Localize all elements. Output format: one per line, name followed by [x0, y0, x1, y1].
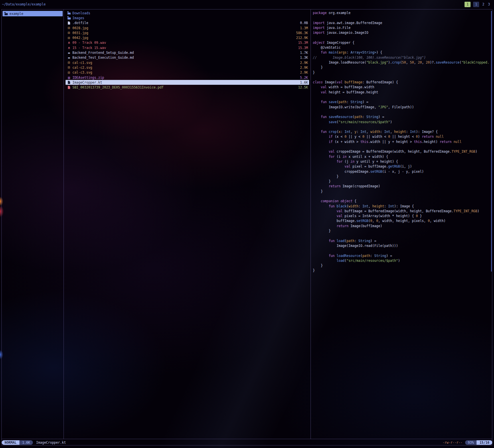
file-row[interactable]: IDEAsettings.zip5.2K [66, 75, 309, 80]
code-line [313, 75, 492, 80]
file-size: 1.3K [298, 56, 308, 60]
file-row[interactable]: Backend_Test_Execution_Guide.md1.3K [66, 55, 309, 60]
status-bar: NORMAL 1.6K ImageCropper.kt -rw-r--r-- 9… [2, 440, 492, 445]
file-name: example [9, 12, 23, 16]
preview-pane[interactable]: package org.exampleimport java.awt.image… [311, 9, 492, 273]
file-size: 1.7K [298, 51, 308, 55]
file-row[interactable]: example [3, 11, 63, 16]
folder-icon [67, 16, 71, 20]
code-line: import javax.imageio.ImageIO [313, 30, 492, 35]
file-name: 0031.jpg [72, 31, 88, 35]
file-size: 5.2K [298, 76, 308, 80]
tab-indicator-3[interactable]: 2 [482, 2, 485, 7]
code-line [313, 144, 492, 149]
file-size-badge: 1.6K [19, 440, 33, 445]
code-line: } [313, 174, 492, 179]
file-icon [67, 80, 71, 84]
code-line: ImageIO.write(buffImage, "JPG", File(pat… [313, 105, 492, 110]
status-filename: ImageCropper.kt [36, 441, 66, 445]
code-line: val width = buffImage.width [313, 85, 492, 90]
file-row[interactable]: 0028.jpg1.3M [66, 25, 309, 30]
file-row[interactable]: Images [66, 15, 309, 20]
code-line [313, 248, 492, 253]
code-line: for (j in y until y + height) { [313, 159, 492, 164]
file-row[interactable]: Downloads [66, 11, 309, 15]
file-row[interactable]: cal-c1.svg2.9K [66, 60, 309, 65]
file-name: cal-c3.svg [72, 70, 92, 74]
image-icon [67, 61, 71, 64]
code-line [313, 194, 492, 199]
file-size: 586.3K [294, 31, 308, 35]
scroll-percent-badge: 93% [465, 440, 477, 445]
header-bar: ~/Data/example/example 1123 [0, 0, 494, 9]
code-line: fun loadResource(path: String) = [313, 254, 492, 258]
tab-indicator-1[interactable]: 1 [465, 2, 471, 7]
code-line: // Image.black(100, 100).saveResource("b… [313, 55, 492, 60]
file-row[interactable]: cal-c3.svg2.9K [66, 70, 309, 75]
code-line: fun load(path: String) = [313, 239, 492, 243]
status-right: -rw-r--r-- 93% 15/16 [442, 440, 492, 445]
code-line: } [313, 179, 492, 184]
code-line: fun black(width: Int, height: Int): Imag… [313, 204, 492, 209]
audio-icon [67, 46, 71, 50]
image-icon [67, 31, 71, 35]
code-line: } [313, 189, 492, 194]
file-name: IDEAsettings.zip [72, 76, 104, 80]
code-line: for (i in x until x + width) { [313, 154, 492, 159]
code-line: return Image(croppedImage) [313, 184, 492, 189]
code-line: class Image(val buffImage: BufferedImage… [313, 80, 492, 85]
code-line: val height = buffImage.height [313, 90, 492, 95]
code-line: val buffImage = BufferedImage(width, hei… [313, 209, 492, 214]
file-size: 1.3M [298, 26, 308, 30]
file-name: Images [72, 16, 84, 20]
code-line [313, 35, 492, 40]
code-line: buffImage.setRGB(0, 0, width, height, pi… [313, 219, 492, 223]
image-icon [67, 26, 71, 30]
mode-badge: NORMAL [2, 440, 19, 445]
tab-indicator-2[interactable]: 1 [473, 2, 479, 7]
file-size: 0.0B [298, 21, 308, 25]
cursor-position-badge: 15/16 [477, 440, 492, 445]
file-row[interactable]: ImageCropper.kt1.6K [66, 80, 309, 85]
file-row[interactable]: 09 - Track 09.wav15.3M [66, 40, 309, 45]
code-line: fun save(path: String) = [313, 100, 492, 105]
code-line: Image(ImageIO.read(File(path))) [313, 243, 492, 248]
file-row[interactable]: 0042.jpg212.9K [66, 35, 309, 40]
audio-icon [67, 41, 71, 45]
file-row[interactable]: 15 - Track 15.wav15.3M [66, 45, 309, 50]
parent-pane: example [2, 9, 64, 17]
file-row[interactable]: 0031.jpg586.3K [66, 30, 309, 35]
preview-scrollbar[interactable] [491, 11, 492, 272]
code-line: croppedImage.setRGB(i - x, j - y, pixel) [313, 169, 492, 174]
file-name: 0028.jpg [72, 26, 88, 30]
file-name: ImageCropper.kt [72, 80, 102, 85]
code-line: fun saveResource(path: String) = [313, 115, 492, 119]
file-row[interactable]: Backend_Frontend_Setup_Guide.md1.7K [66, 50, 309, 55]
code-line: save("src/main/resources/$path") [313, 120, 492, 125]
code-line: package org.example [313, 11, 492, 15]
file-list-pane: DownloadsImages.dotfile0.0B0028.jpg1.3M0… [64, 9, 311, 90]
file-name: Backend_Frontend_Setup_Guide.md [72, 51, 134, 55]
code-line: fun main(args: Array<String>) { [313, 50, 492, 55]
downloads-folder-icon [67, 11, 71, 15]
code-line: if (x + width > this.width || y + height… [313, 139, 492, 144]
file-row[interactable]: SBI_0032013739_2023_DE05_0003155631Invoi… [66, 85, 309, 90]
yazi-file-manager: ~/Data/example/example 1123 example Down… [0, 0, 494, 448]
markdown-icon [67, 51, 71, 55]
code-line: } [313, 70, 492, 75]
code-line: } [313, 65, 492, 70]
image-icon [67, 71, 71, 74]
file-name: 0042.jpg [72, 36, 88, 40]
code-line: fun crop(x: Int, y: Int, width: Int, hei… [313, 129, 492, 134]
file-size: 212.9K [294, 36, 308, 40]
code-line: val pixels = IntArray(width * height) { … [313, 214, 492, 219]
file-row[interactable]: .dotfile0.0B [66, 21, 309, 25]
code-line: Image.loadResource("black.jpg").crop(50,… [313, 60, 492, 65]
pane-frame: example DownloadsImages.dotfile0.0B0028.… [1, 9, 492, 445]
tab-bar: 1123 [465, 2, 491, 7]
code-line: } [313, 263, 492, 268]
file-row[interactable]: cal-c2.svg2.9K [66, 65, 309, 70]
tab-indicator-4[interactable]: 3 [487, 2, 491, 7]
file-name: 09 - Track 09.wav [72, 41, 106, 45]
image-icon [67, 36, 71, 40]
